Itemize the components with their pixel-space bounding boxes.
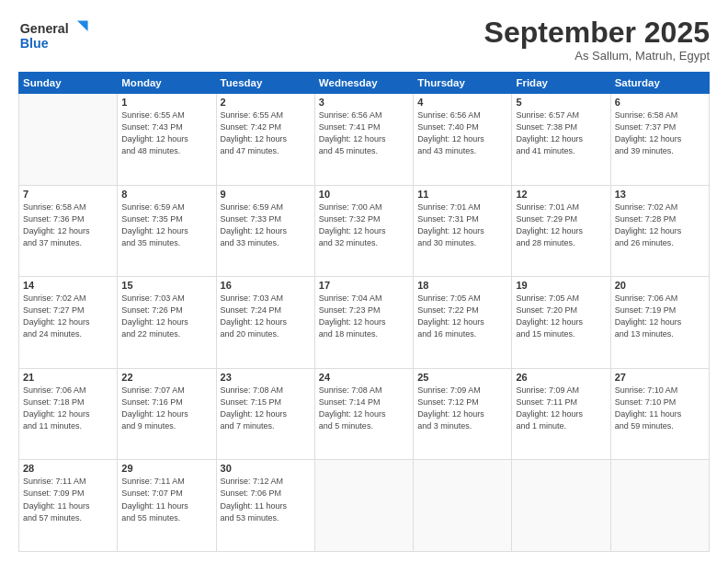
- day-number: 30: [221, 463, 311, 474]
- header: General Blue September 2025 As Sallum, M…: [18, 17, 710, 63]
- day-number: 14: [23, 280, 113, 291]
- calendar-cell: 7Sunrise: 6:58 AM Sunset: 7:36 PM Daylig…: [19, 185, 118, 277]
- calendar-cell: 24Sunrise: 7:08 AM Sunset: 7:14 PM Dayli…: [314, 368, 413, 460]
- svg-text:General: General: [20, 21, 69, 36]
- calendar-cell: 27Sunrise: 7:10 AM Sunset: 7:10 PM Dayli…: [610, 368, 709, 460]
- logo: General Blue: [18, 17, 92, 53]
- day-number: 22: [121, 372, 211, 383]
- day-number: 21: [23, 372, 113, 383]
- calendar-cell: 15Sunrise: 7:03 AM Sunset: 7:26 PM Dayli…: [118, 277, 216, 369]
- day-info: Sunrise: 7:03 AM Sunset: 7:24 PM Dayligh…: [221, 293, 311, 340]
- logo-svg: General Blue: [18, 17, 92, 53]
- calendar-week-row: 1Sunrise: 6:55 AM Sunset: 7:43 PM Daylig…: [19, 94, 710, 186]
- location: As Sallum, Matruh, Egypt: [484, 49, 710, 63]
- calendar-cell: 23Sunrise: 7:08 AM Sunset: 7:15 PM Dayli…: [216, 368, 314, 460]
- day-info: Sunrise: 6:55 AM Sunset: 7:42 PM Dayligh…: [221, 109, 311, 157]
- day-number: 10: [319, 189, 409, 200]
- page: General Blue September 2025 As Sallum, M…: [0, 0, 728, 563]
- calendar-week-row: 21Sunrise: 7:06 AM Sunset: 7:18 PM Dayli…: [19, 368, 710, 460]
- calendar-header-row: SundayMondayTuesdayWednesdayThursdayFrid…: [19, 73, 710, 94]
- day-info: Sunrise: 7:07 AM Sunset: 7:16 PM Dayligh…: [121, 385, 211, 432]
- weekday-header: Friday: [512, 73, 610, 94]
- day-info: Sunrise: 7:10 AM Sunset: 7:10 PM Dayligh…: [615, 385, 705, 432]
- svg-marker-1: [77, 20, 88, 31]
- day-info: Sunrise: 7:00 AM Sunset: 7:32 PM Dayligh…: [319, 201, 409, 249]
- calendar-cell: 30Sunrise: 7:12 AM Sunset: 7:06 PM Dayli…: [216, 460, 314, 552]
- day-number: 13: [615, 189, 705, 200]
- calendar-cell: 2Sunrise: 6:55 AM Sunset: 7:42 PM Daylig…: [216, 94, 314, 186]
- day-info: Sunrise: 6:59 AM Sunset: 7:35 PM Dayligh…: [121, 201, 211, 249]
- calendar-cell: 25Sunrise: 7:09 AM Sunset: 7:12 PM Dayli…: [414, 368, 512, 460]
- day-info: Sunrise: 6:58 AM Sunset: 7:36 PM Dayligh…: [23, 201, 113, 249]
- day-info: Sunrise: 7:04 AM Sunset: 7:23 PM Dayligh…: [319, 293, 409, 340]
- calendar-cell: [610, 460, 709, 552]
- day-number: 16: [221, 280, 311, 291]
- calendar-cell: 29Sunrise: 7:11 AM Sunset: 7:07 PM Dayli…: [118, 460, 216, 552]
- day-number: 11: [417, 189, 507, 200]
- day-info: Sunrise: 7:02 AM Sunset: 7:27 PM Dayligh…: [23, 293, 113, 340]
- day-number: 19: [516, 280, 606, 291]
- calendar-cell: 19Sunrise: 7:05 AM Sunset: 7:20 PM Dayli…: [512, 277, 610, 369]
- calendar-cell: [414, 460, 512, 552]
- day-info: Sunrise: 7:05 AM Sunset: 7:22 PM Dayligh…: [417, 293, 507, 340]
- weekday-header: Thursday: [414, 73, 512, 94]
- weekday-header: Tuesday: [216, 73, 314, 94]
- day-number: 9: [221, 189, 311, 200]
- calendar-cell: 18Sunrise: 7:05 AM Sunset: 7:22 PM Dayli…: [414, 277, 512, 369]
- day-info: Sunrise: 6:55 AM Sunset: 7:43 PM Dayligh…: [121, 109, 211, 157]
- day-number: 24: [319, 372, 409, 383]
- day-info: Sunrise: 6:57 AM Sunset: 7:38 PM Dayligh…: [516, 109, 606, 157]
- day-info: Sunrise: 7:06 AM Sunset: 7:18 PM Dayligh…: [23, 385, 113, 432]
- day-info: Sunrise: 7:02 AM Sunset: 7:28 PM Dayligh…: [615, 201, 705, 249]
- day-info: Sunrise: 7:08 AM Sunset: 7:14 PM Dayligh…: [319, 385, 409, 432]
- day-number: 7: [23, 189, 113, 200]
- calendar-cell: 11Sunrise: 7:01 AM Sunset: 7:31 PM Dayli…: [414, 185, 512, 277]
- calendar-cell: 9Sunrise: 6:59 AM Sunset: 7:33 PM Daylig…: [216, 185, 314, 277]
- day-number: 8: [121, 189, 211, 200]
- day-info: Sunrise: 7:03 AM Sunset: 7:26 PM Dayligh…: [121, 293, 211, 340]
- calendar-cell: [512, 460, 610, 552]
- calendar-cell: 20Sunrise: 7:06 AM Sunset: 7:19 PM Dayli…: [610, 277, 709, 369]
- day-number: 26: [516, 372, 606, 383]
- calendar-week-row: 14Sunrise: 7:02 AM Sunset: 7:27 PM Dayli…: [19, 277, 710, 369]
- day-number: 15: [121, 280, 211, 291]
- calendar-cell: 12Sunrise: 7:01 AM Sunset: 7:29 PM Dayli…: [512, 185, 610, 277]
- day-info: Sunrise: 7:06 AM Sunset: 7:19 PM Dayligh…: [615, 293, 705, 340]
- calendar-cell: 21Sunrise: 7:06 AM Sunset: 7:18 PM Dayli…: [19, 368, 118, 460]
- month-title: September 2025: [484, 17, 710, 49]
- day-number: 17: [319, 280, 409, 291]
- day-info: Sunrise: 7:05 AM Sunset: 7:20 PM Dayligh…: [516, 293, 606, 340]
- day-number: 4: [417, 97, 507, 108]
- day-info: Sunrise: 7:01 AM Sunset: 7:29 PM Dayligh…: [516, 201, 606, 249]
- calendar-cell: 5Sunrise: 6:57 AM Sunset: 7:38 PM Daylig…: [512, 94, 610, 186]
- day-info: Sunrise: 6:58 AM Sunset: 7:37 PM Dayligh…: [615, 109, 705, 157]
- day-number: 27: [615, 372, 705, 383]
- calendar-cell: 14Sunrise: 7:02 AM Sunset: 7:27 PM Dayli…: [19, 277, 118, 369]
- calendar-table: SundayMondayTuesdayWednesdayThursdayFrid…: [18, 72, 710, 552]
- day-number: 3: [319, 97, 409, 108]
- weekday-header: Monday: [118, 73, 216, 94]
- calendar-cell: 8Sunrise: 6:59 AM Sunset: 7:35 PM Daylig…: [118, 185, 216, 277]
- day-number: 5: [516, 97, 606, 108]
- day-info: Sunrise: 6:56 AM Sunset: 7:41 PM Dayligh…: [319, 109, 409, 157]
- calendar-cell: 26Sunrise: 7:09 AM Sunset: 7:11 PM Dayli…: [512, 368, 610, 460]
- day-number: 28: [23, 463, 113, 474]
- day-info: Sunrise: 7:11 AM Sunset: 7:07 PM Dayligh…: [121, 476, 211, 523]
- day-number: 6: [615, 97, 705, 108]
- calendar-cell: [19, 94, 118, 186]
- day-number: 20: [615, 280, 705, 291]
- day-info: Sunrise: 7:12 AM Sunset: 7:06 PM Dayligh…: [221, 476, 311, 523]
- calendar-cell: 13Sunrise: 7:02 AM Sunset: 7:28 PM Dayli…: [610, 185, 709, 277]
- day-number: 23: [221, 372, 311, 383]
- calendar-cell: 17Sunrise: 7:04 AM Sunset: 7:23 PM Dayli…: [314, 277, 413, 369]
- day-info: Sunrise: 6:56 AM Sunset: 7:40 PM Dayligh…: [417, 109, 507, 157]
- calendar-cell: 1Sunrise: 6:55 AM Sunset: 7:43 PM Daylig…: [118, 94, 216, 186]
- day-info: Sunrise: 7:09 AM Sunset: 7:11 PM Dayligh…: [516, 385, 606, 432]
- weekday-header: Wednesday: [314, 73, 413, 94]
- svg-text:Blue: Blue: [20, 36, 49, 51]
- calendar-cell: 28Sunrise: 7:11 AM Sunset: 7:09 PM Dayli…: [19, 460, 118, 552]
- title-block: September 2025 As Sallum, Matruh, Egypt: [484, 17, 710, 63]
- calendar-cell: 16Sunrise: 7:03 AM Sunset: 7:24 PM Dayli…: [216, 277, 314, 369]
- weekday-header: Sunday: [19, 73, 118, 94]
- calendar-cell: 22Sunrise: 7:07 AM Sunset: 7:16 PM Dayli…: [118, 368, 216, 460]
